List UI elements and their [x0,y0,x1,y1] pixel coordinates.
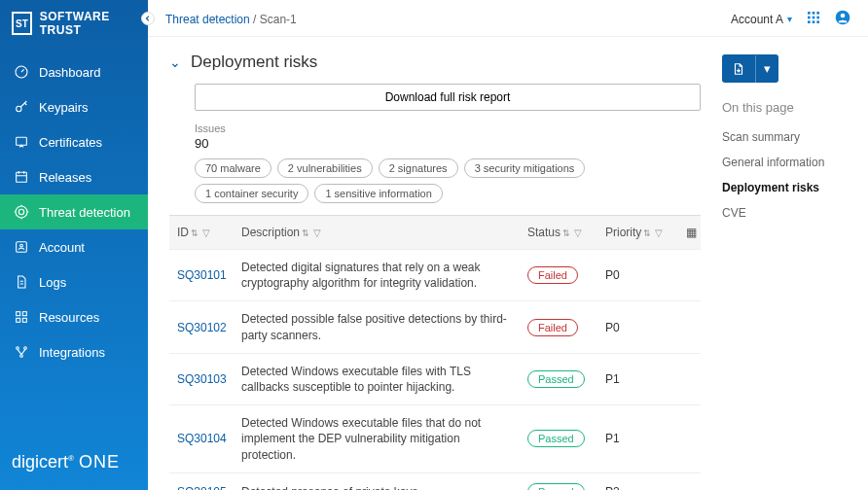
sidebar-item-label: Account [39,240,85,255]
svg-point-7 [20,244,23,247]
otp-cve[interactable]: CVE [722,200,854,226]
sidebar-item-certificates[interactable]: Certificates [0,124,148,159]
svg-rect-8 [17,312,20,316]
on-this-page-title: On this page [722,100,854,115]
key-icon [14,99,29,115]
svg-point-14 [20,355,23,358]
sidebar-item-account[interactable]: Account [0,229,148,264]
svg-point-25 [841,14,846,18]
priority-value: P0 [605,321,673,334]
sort-icon: ⇅ [191,228,199,238]
risk-id-link[interactable]: SQ30103 [177,372,227,386]
svg-rect-17 [816,12,819,15]
calendar-icon [14,169,29,185]
breadcrumb-parent[interactable]: Threat detection [165,13,250,26]
otp-general-information[interactable]: General information [722,150,854,175]
svg-rect-19 [813,17,815,19]
priority-value: P1 [605,432,673,445]
priority-value: P0 [605,268,673,282]
sidebar-item-label: Integrations [39,345,105,360]
filter-icon[interactable]: ▽ [202,228,210,238]
risk-id-link[interactable]: SQ30105 [177,485,227,490]
svg-rect-3 [17,172,27,182]
svg-rect-11 [22,318,26,322]
chevron-down-icon: ▾ [756,54,778,83]
status-badge: Passed [527,430,585,447]
svg-rect-16 [813,12,815,15]
chip-container-security[interactable]: 1 container security [195,184,308,203]
svg-rect-2 [17,137,27,145]
col-header-id[interactable]: ID⇅▽ [173,226,241,239]
svg-rect-23 [816,20,819,23]
sidebar-item-resources[interactable]: Resources [0,299,148,334]
table-row: SQ30104 Detected Windows executable file… [169,405,701,473]
priority-value: P1 [605,372,673,386]
user-icon[interactable] [835,10,850,28]
col-header-description[interactable]: Description⇅▽ [241,226,527,239]
otp-deployment-risks[interactable]: Deployment risks [722,175,854,200]
risk-id-link[interactable]: SQ30102 [177,321,227,334]
sidebar-item-label: Threat detection [39,205,130,220]
chip-sensitive-information[interactable]: 1 sensitive information [314,184,442,203]
filter-icon[interactable]: ▽ [574,228,582,238]
status-badge: Failed [527,319,578,336]
priority-value: P2 [605,485,673,490]
svg-point-12 [17,347,19,350]
status-badge: Passed [527,483,585,490]
account-icon [14,239,29,255]
sidebar-item-dashboard[interactable]: Dashboard [0,54,148,89]
chip-vulnerabilities[interactable]: 2 vulnerabilities [277,158,373,178]
col-header-priority[interactable]: Priority⇅▽ [605,226,673,239]
download-report-button[interactable]: Download full risk report [195,84,701,111]
svg-rect-21 [808,20,811,23]
collapse-sidebar-button[interactable] [141,12,155,25]
table-row: SQ30105 Detected presence of private key… [169,473,701,490]
risk-id-link[interactable]: SQ30101 [177,268,227,282]
export-icon [722,55,756,83]
document-icon [14,274,29,290]
nav: Dashboard Keypairs Certificates Releases… [0,47,148,438]
risk-id-link[interactable]: SQ30104 [177,432,227,445]
sidebar-item-releases[interactable]: Releases [0,159,148,194]
grid-icon [14,309,29,325]
gauge-icon [14,64,29,80]
svg-rect-20 [816,17,819,19]
risk-description: Detected presence of private keys. [241,484,527,490]
account-switcher[interactable]: Account A ▾ [731,13,792,26]
sort-icon: ⇅ [643,228,651,238]
risk-description: Detected possible false positive detecti… [241,311,527,342]
export-button[interactable]: ▾ [722,54,778,83]
right-rail: ▾ On this page Scan summary General info… [722,37,868,490]
breadcrumb: Threat detection / Scan-1 [165,13,297,26]
svg-point-13 [24,347,27,350]
sidebar: ST SOFTWARE TRUST Dashboard Keypairs Cer… [0,0,148,490]
risk-description: Detected digital signatures that rely on… [241,260,527,291]
table-row: SQ30102 Detected possible false positive… [169,301,701,353]
chip-security-mitigations[interactable]: 3 security mitigations [464,158,586,178]
svg-point-4 [16,206,27,218]
topbar: Threat detection / Scan-1 Account A ▾ [148,0,868,37]
chip-signatures[interactable]: 2 signatures [379,158,458,178]
apps-icon[interactable] [806,10,821,28]
sidebar-item-threat-detection[interactable]: Threat detection [0,194,148,229]
sidebar-item-label: Resources [39,310,99,325]
issues-label: Issues [195,122,701,134]
status-badge: Passed [527,370,585,388]
sidebar-item-label: Dashboard [39,65,101,80]
svg-rect-22 [813,20,815,23]
sidebar-item-keypairs[interactable]: Keypairs [0,89,148,124]
filter-icon[interactable]: ▽ [313,228,321,238]
certificate-icon [14,134,29,150]
collapse-section-icon[interactable]: ⌄ [169,54,181,70]
sidebar-item-logs[interactable]: Logs [0,264,148,299]
sidebar-item-label: Certificates [39,135,102,150]
column-settings-icon[interactable]: ▦ [673,226,697,239]
filter-icon[interactable]: ▽ [655,228,663,238]
col-header-status[interactable]: Status⇅▽ [527,226,605,239]
logo[interactable]: ST SOFTWARE TRUST [0,0,148,47]
table-row: SQ30103 Detected Windows executable file… [169,354,701,405]
sidebar-item-integrations[interactable]: Integrations [0,334,148,369]
chip-malware[interactable]: 70 malware [195,158,271,178]
otp-scan-summary[interactable]: Scan summary [722,124,854,150]
chevron-down-icon: ▾ [787,14,792,24]
